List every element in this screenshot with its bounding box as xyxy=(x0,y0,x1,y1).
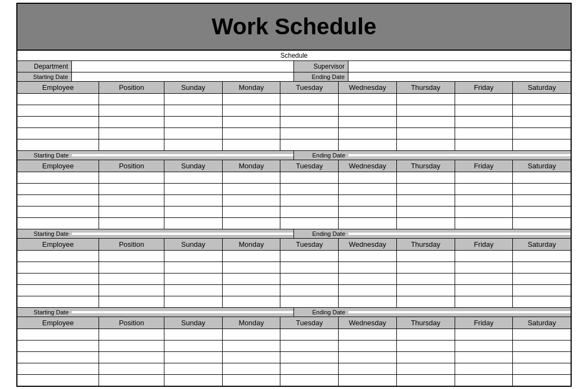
friday-cell[interactable] xyxy=(455,117,513,127)
thursday-cell[interactable] xyxy=(397,117,455,127)
position-cell[interactable] xyxy=(99,139,164,150)
sunday-cell[interactable] xyxy=(164,105,223,116)
saturday-cell[interactable] xyxy=(513,94,571,105)
section-4-end-value[interactable] xyxy=(348,311,571,313)
page-title: Work Schedule xyxy=(17,4,571,51)
monday-cell[interactable] xyxy=(223,105,281,116)
col-header-sunday-4: Sunday xyxy=(164,317,223,329)
table-row xyxy=(17,251,571,262)
header-row-2: Employee Position Sunday Monday Tuesday … xyxy=(17,160,571,172)
col-header-employee-2: Employee xyxy=(17,160,99,172)
dept-supervisor-row: Department Supervisor xyxy=(17,61,571,72)
tuesday-cell[interactable] xyxy=(280,139,339,150)
thursday-cell[interactable] xyxy=(397,105,455,116)
employee-cell[interactable] xyxy=(17,94,99,105)
friday-cell[interactable] xyxy=(455,139,513,150)
col-header-sunday-2: Sunday xyxy=(164,160,223,172)
col-header-tuesday-4: Tuesday xyxy=(280,317,339,329)
friday-cell[interactable] xyxy=(455,105,513,116)
wednesday-cell[interactable] xyxy=(339,105,397,116)
table-row xyxy=(17,329,571,341)
section-3-end-value[interactable] xyxy=(348,233,571,235)
ending-date-value[interactable] xyxy=(348,76,571,78)
section-2-end-value[interactable] xyxy=(348,154,571,156)
sunday-cell[interactable] xyxy=(164,117,223,127)
friday-cell[interactable] xyxy=(455,94,513,105)
starting-date-label: Starting Date xyxy=(17,72,72,81)
header-row-4: Employee Position Sunday Monday Tuesday … xyxy=(17,317,571,329)
position-cell[interactable] xyxy=(99,105,164,116)
saturday-cell[interactable] xyxy=(513,139,571,150)
thursday-cell[interactable] xyxy=(397,139,455,150)
monday-cell[interactable] xyxy=(223,128,281,139)
employee-cell[interactable] xyxy=(17,139,99,150)
table-row xyxy=(17,296,571,308)
wednesday-cell[interactable] xyxy=(339,94,397,105)
thursday-cell[interactable] xyxy=(397,94,455,105)
sunday-cell[interactable] xyxy=(164,94,223,105)
section-4-start-value[interactable] xyxy=(72,311,293,313)
header-row-1: Employee Position Sunday Monday Tuesday … xyxy=(17,82,571,94)
section-4-dates-row: Starting Date Ending Date xyxy=(17,308,571,317)
position-cell[interactable] xyxy=(99,128,164,139)
department-value[interactable] xyxy=(72,65,293,68)
col-header-friday-1: Friday xyxy=(455,82,513,93)
wednesday-cell[interactable] xyxy=(339,139,397,150)
supervisor-label: Supervisor xyxy=(294,61,348,72)
col-header-employee-1: Employee xyxy=(17,82,99,93)
position-cell[interactable] xyxy=(99,117,164,127)
monday-cell[interactable] xyxy=(223,139,281,150)
section-3-dates-row: Starting Date Ending Date xyxy=(17,229,571,239)
section-3-start-value[interactable] xyxy=(72,233,293,235)
table-row xyxy=(17,352,571,363)
starting-date-value[interactable] xyxy=(72,76,293,78)
tuesday-cell[interactable] xyxy=(280,128,339,139)
top-end-cell: Ending Date xyxy=(294,72,571,81)
table-row xyxy=(17,117,571,128)
employee-cell[interactable] xyxy=(17,117,99,127)
table-row xyxy=(17,105,571,117)
monday-cell[interactable] xyxy=(223,117,281,127)
section-4-end-cell: Ending Date xyxy=(294,308,571,317)
col-header-friday-2: Friday xyxy=(455,160,513,172)
table-row xyxy=(17,218,571,229)
work-schedule: Work Schedule Schedule Department Superv… xyxy=(16,3,572,387)
tuesday-cell[interactable] xyxy=(280,117,339,127)
tuesday-cell[interactable] xyxy=(280,94,339,105)
saturday-cell[interactable] xyxy=(513,128,571,139)
col-header-friday-4: Friday xyxy=(455,317,513,329)
col-header-monday-3: Monday xyxy=(223,239,281,250)
sunday-cell[interactable] xyxy=(164,139,223,150)
thursday-cell[interactable] xyxy=(397,128,455,139)
section-2-end-label: Ending Date xyxy=(294,151,348,160)
section-3-end-cell: Ending Date xyxy=(294,229,571,238)
col-header-wednesday-4: Wednesday xyxy=(339,317,397,329)
col-header-saturday-1: Saturday xyxy=(513,82,571,93)
section-2-start-label: Starting Date xyxy=(17,151,72,160)
col-header-monday-2: Monday xyxy=(223,160,281,172)
ending-date-label: Ending Date xyxy=(294,72,348,81)
section-2-end-cell: Ending Date xyxy=(294,151,571,160)
table-row xyxy=(17,172,571,184)
supervisor-value[interactable] xyxy=(348,65,571,68)
saturday-cell[interactable] xyxy=(513,105,571,116)
col-header-monday-4: Monday xyxy=(223,317,281,329)
friday-cell[interactable] xyxy=(455,128,513,139)
col-header-sunday-1: Sunday xyxy=(164,82,223,93)
section-2-dates-row: Starting Date Ending Date xyxy=(17,151,571,160)
saturday-cell[interactable] xyxy=(513,117,571,127)
employee-cell[interactable] xyxy=(17,105,99,116)
col-header-wednesday-3: Wednesday xyxy=(339,239,397,250)
tuesday-cell[interactable] xyxy=(280,105,339,116)
monday-cell[interactable] xyxy=(223,94,281,105)
position-cell[interactable] xyxy=(99,94,164,105)
wednesday-cell[interactable] xyxy=(339,117,397,127)
col-header-thursday-2: Thursday xyxy=(397,160,455,172)
employee-cell[interactable] xyxy=(17,128,99,139)
col-header-tuesday-1: Tuesday xyxy=(280,82,339,93)
section-2-start-value[interactable] xyxy=(72,154,293,156)
wednesday-cell[interactable] xyxy=(339,128,397,139)
section-4-start-cell: Starting Date xyxy=(17,308,294,317)
col-header-position-2: Position xyxy=(99,160,164,172)
sunday-cell[interactable] xyxy=(164,128,223,139)
